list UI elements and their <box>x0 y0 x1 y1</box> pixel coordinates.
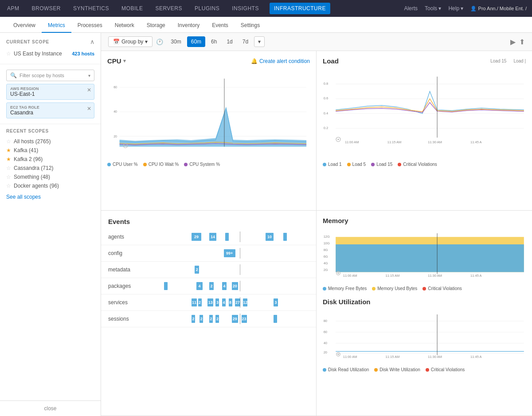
recent-item-0[interactable]: ☆ All hosts (2765) <box>6 137 94 146</box>
time-6h[interactable]: 6h <box>207 36 221 47</box>
event-bar[interactable]: 12 <box>243 298 247 306</box>
event-bar[interactable]: 2 <box>198 298 202 306</box>
event-bar[interactable]: 3 <box>215 298 219 306</box>
svg-text:11:00 AM: 11:00 AM <box>343 355 357 359</box>
svg-text:11:30 AM: 11:30 AM <box>428 140 442 144</box>
time-controls: 30m 60m 6h 1d 7d ▾ <box>167 36 265 47</box>
event-bar[interactable]: 10 <box>266 233 274 241</box>
event-bar[interactable]: 29 <box>192 233 201 241</box>
top-nav: APM BROWSER SYNTHETICS MOBILE SERVERS PL… <box>0 0 532 17</box>
memory-chart-svg: 12G 10G 8G 6G 4G 2G 11:00 AM 11:15 AM 11… <box>323 229 526 282</box>
svg-text:11:30 AM: 11:30 AM <box>428 355 442 359</box>
nav-browser[interactable]: BROWSER <box>30 5 63 12</box>
time-60m[interactable]: 60m <box>187 36 205 47</box>
tools-menu[interactable]: Tools ▾ <box>425 5 441 12</box>
svg-text:0.8: 0.8 <box>324 82 328 86</box>
play-button[interactable]: ▶ <box>510 38 516 46</box>
user-menu[interactable]: 👤 Pro Ann./ Mobile Ent. / <box>470 6 527 12</box>
legend-critical-mem: Critical Violations <box>422 286 462 291</box>
collapse-btn[interactable]: ∧ <box>90 38 94 45</box>
star-icon-0: ☆ <box>6 138 11 145</box>
nav-servers[interactable]: SERVERS <box>153 5 184 12</box>
group-by-button[interactable]: 📅 Group by ▾ <box>108 36 153 47</box>
recent-item-4[interactable]: ☆ Something (48) <box>6 173 94 181</box>
legend-cpu-system: CPU System % <box>184 162 220 167</box>
event-bar[interactable]: 3 <box>274 298 278 306</box>
recent-item-2[interactable]: ★ Kafka 2 (96) <box>6 155 94 164</box>
filter-tag-close-0[interactable]: ✕ <box>87 87 91 93</box>
star-icon[interactable]: ☆ <box>6 51 11 57</box>
events-row-config: config 99+ <box>101 245 316 262</box>
event-bar[interactable]: 23 <box>242 315 247 323</box>
load-15-value: Load 15 <box>490 59 506 63</box>
tab-network[interactable]: Network <box>109 19 141 33</box>
scope-item[interactable]: ☆ US East by Instance 423 hosts <box>6 49 94 59</box>
event-bar[interactable]: 2 <box>209 315 213 323</box>
nav-synthetics[interactable]: SYNTHETICS <box>71 5 111 12</box>
event-bar[interactable]: 29 <box>232 315 238 323</box>
current-scope-title: CURRENT SCOPE <box>6 39 49 44</box>
event-bar[interactable]: 99+ <box>224 249 235 257</box>
tab-processes[interactable]: Processes <box>71 19 109 33</box>
tab-metrics[interactable]: Metrics <box>42 19 71 33</box>
event-bar[interactable]: 13 <box>207 298 213 306</box>
help-menu[interactable]: Help ▾ <box>448 5 463 12</box>
event-bar[interactable]: 4 <box>196 282 203 290</box>
event-bar[interactable]: 4 <box>222 298 226 306</box>
export-button[interactable]: ⬆ <box>519 38 525 46</box>
time-30m[interactable]: 30m <box>167 36 185 47</box>
event-bar[interactable]: 2 <box>200 315 203 323</box>
event-bar[interactable] <box>283 233 287 241</box>
events-track-metadata: 2 <box>148 264 309 275</box>
nav-mobile[interactable]: MOBILE <box>120 5 145 12</box>
memory-chart-panel: Memory 12G 10G 8G 6G 4G 2G <box>317 211 532 416</box>
filter-tag-0: ✕ AWS RESGION US-East-1 <box>6 84 94 100</box>
event-bar[interactable]: 4 <box>222 282 227 290</box>
toolbar: 📅 Group by ▾ 🕐 30m 60m 6h 1d 7d ▾ ▶ ⬆ <box>101 33 532 51</box>
event-bar[interactable]: 2 <box>215 315 219 323</box>
event-bar[interactable] <box>164 282 168 290</box>
event-bar[interactable] <box>274 315 277 323</box>
see-all-scopes[interactable]: See all scopes <box>6 190 94 200</box>
event-bar[interactable]: 2 <box>195 266 199 274</box>
event-bar[interactable]: 14 <box>209 233 216 241</box>
alerts-link[interactable]: Alerts <box>404 5 418 12</box>
time-1d[interactable]: 1d <box>223 36 236 47</box>
filter-tag-close-1[interactable]: ✕ <box>87 106 91 112</box>
event-bar[interactable]: 11 <box>192 298 197 306</box>
time-7d[interactable]: 7d <box>239 36 252 47</box>
event-bar[interactable]: 2 <box>192 315 195 323</box>
legend-dot-orange <box>143 163 147 166</box>
event-bar[interactable]: 20 <box>232 282 238 290</box>
legend-disk-write: Disk Write Utilization <box>374 367 420 372</box>
cpu-chevron-icon[interactable]: ▾ <box>123 58 126 64</box>
svg-text:4G: 4G <box>324 261 328 265</box>
clock-icon: 🕐 <box>156 39 163 45</box>
recent-item-5[interactable]: ☆ Docker agents (96) <box>6 181 94 190</box>
create-alert-link[interactable]: 🔔 Create alert condition <box>251 58 310 64</box>
tab-settings[interactable]: Settings <box>235 19 266 33</box>
time-dropdown[interactable]: ▾ <box>254 36 265 47</box>
tab-overview[interactable]: Overview <box>7 19 42 33</box>
tab-storage[interactable]: Storage <box>141 19 172 33</box>
nav-insights[interactable]: INSIGHTS <box>230 5 261 12</box>
event-bar[interactable] <box>225 233 229 241</box>
nav-plugins[interactable]: PLUGINS <box>193 5 221 12</box>
recent-item-3[interactable]: ☆ Cassandra (712) <box>6 164 94 173</box>
tab-inventory[interactable]: Inventory <box>172 19 206 33</box>
recent-item-1[interactable]: ★ Kafka (41) <box>6 146 94 155</box>
tab-events[interactable]: Events <box>206 19 235 33</box>
nav-infrastructure[interactable]: INFRASTRUCTURE <box>270 3 330 14</box>
event-bar[interactable]: 8 <box>229 298 232 306</box>
scope-label: ☆ US East by Instance <box>6 51 62 57</box>
svg-text:0.2: 0.2 <box>324 126 328 130</box>
nav-apm[interactable]: APM <box>5 5 21 12</box>
svg-text:0.6: 0.6 <box>324 96 328 100</box>
disk-chart-legend: Disk Read Utilization Disk Write Utiliza… <box>323 367 526 372</box>
load-chart-panel: Load Load 15 Load | 0.8 0.6 0.4 0.2 <box>317 51 532 211</box>
filter-box[interactable]: 🔍 Filter scope by hosts ▾ <box>6 70 94 81</box>
filter-tag-category-1: EC2 TAG ROLE <box>10 105 90 110</box>
sidebar-close-button[interactable]: close <box>0 400 101 416</box>
svg-text:2G: 2G <box>324 268 328 272</box>
event-bar[interactable]: 2 <box>209 282 214 290</box>
